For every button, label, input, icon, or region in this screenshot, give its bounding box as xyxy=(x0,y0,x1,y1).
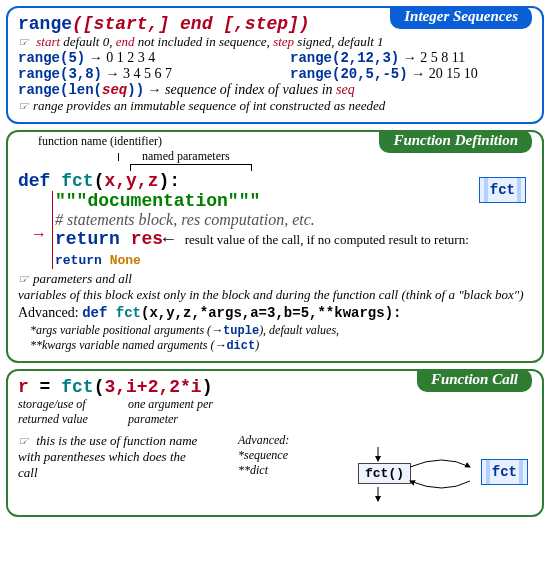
ex-out: → 2 5 8 11 xyxy=(403,50,465,65)
ex: range(3,8) xyxy=(18,66,102,82)
t: ( xyxy=(94,377,105,397)
range-defaults-note: start default 0, end not included in seq… xyxy=(18,34,532,50)
t: parameters and all xyxy=(18,271,132,286)
function-definition-panel: Function Definition function name (ident… xyxy=(6,130,544,363)
ann-one-arg: one argument per parameter xyxy=(128,397,238,427)
range-kw: range xyxy=(18,14,72,34)
panel-title: Function Call xyxy=(417,369,532,392)
r-var: r xyxy=(18,377,29,397)
ann-storage: storage/use of returned value xyxy=(18,397,108,427)
t: Advanced: xyxy=(18,305,82,320)
def-kw: def xyxy=(18,171,50,191)
fn-name: fct xyxy=(61,377,93,397)
t: *sequence xyxy=(238,448,288,462)
t: fct xyxy=(490,182,515,198)
diagram-arrows-icon xyxy=(348,445,528,505)
t: ) xyxy=(202,377,213,397)
fct-box: fct xyxy=(479,177,526,203)
t: ( xyxy=(94,171,105,191)
t: dict xyxy=(226,339,255,353)
docstring: """documentation""" xyxy=(55,191,469,211)
t: signed, default 1 xyxy=(294,34,384,49)
t: Advanced: xyxy=(238,433,289,447)
integer-sequences-panel: Integer Sequences range([start,] end [,s… xyxy=(6,6,544,124)
ex: range(2,12,3) xyxy=(290,50,399,66)
advanced-def: Advanced: def fct(x,y,z,*args,a=3,b=5,**… xyxy=(18,305,532,321)
t: this is the use of function name xyxy=(36,433,197,448)
t: with parentheses xyxy=(18,449,105,464)
t: start xyxy=(36,34,60,49)
t: )) xyxy=(127,82,144,98)
t: result value of the call, if no computed… xyxy=(185,232,469,247)
t: tuple xyxy=(223,324,259,338)
panel-title: Integer Sequences xyxy=(390,6,532,29)
t: named parameters xyxy=(142,149,230,163)
function-call-panel: Function Call r = fct(3,i+2,2*i) storage… xyxy=(6,369,544,517)
def-line: def fct(x,y,z): xyxy=(18,171,469,191)
t: during xyxy=(276,287,311,302)
t: default 0, xyxy=(60,34,116,49)
range-immutable-note: range provides an immutable sequence of … xyxy=(18,98,532,114)
params-bracket xyxy=(130,164,252,171)
t: the function call (think of a "black box… xyxy=(310,287,523,302)
args: x,y,z xyxy=(104,171,158,191)
block-indent: → """documentation""" # statements block… xyxy=(52,191,469,269)
t: seq xyxy=(102,82,127,98)
ex-out: → 3 4 5 6 7 xyxy=(106,66,173,81)
t: step xyxy=(273,34,294,49)
ex-out: → 20 15 10 xyxy=(411,66,478,81)
t: → xyxy=(148,82,166,97)
t: **dict xyxy=(238,463,268,477)
examples-row3: range(len(seq)) → sequence of index of v… xyxy=(18,82,532,98)
t: the block and xyxy=(199,287,276,302)
t: = xyxy=(29,377,61,397)
advanced-note: *args variable positional arguments (→tu… xyxy=(30,323,532,353)
fn-name: fct xyxy=(61,171,93,191)
t: sequence of index of values in xyxy=(165,82,336,97)
t: fct xyxy=(116,305,141,321)
return-kw: return xyxy=(55,229,120,249)
call-diagram: fct() fct xyxy=(348,445,528,505)
ex: range(len( xyxy=(18,82,102,98)
t: variables of this block exist only xyxy=(18,287,189,302)
return-val: res xyxy=(131,229,163,249)
t: ): xyxy=(158,171,180,191)
call-advanced: Advanced: *sequence **dict xyxy=(238,433,289,481)
ex: range(20,5,-5) xyxy=(290,66,408,82)
t: ), default values, xyxy=(259,323,339,337)
t: *args variable positional arguments (→ xyxy=(30,323,223,337)
examples-row1: range(5) → 0 1 2 3 4 range(2,12,3) → 2 5… xyxy=(18,50,532,66)
ex-out: → 0 1 2 3 4 xyxy=(89,50,156,65)
t: in xyxy=(189,287,199,302)
return-line: return res← result value of the call, if… xyxy=(55,229,469,269)
t: ) xyxy=(255,338,259,352)
t: not included in sequence, xyxy=(134,34,273,49)
t: (x,y,z,*args,a=3,b=5,**kwargs): xyxy=(141,305,401,321)
statements-comment: # statements block, res computation, etc… xyxy=(55,211,469,229)
t: end xyxy=(116,34,135,49)
t: seq xyxy=(336,82,355,97)
t: def xyxy=(82,305,107,321)
examples-row2: range(3,8) → 3 4 5 6 7 range(20,5,-5) → … xyxy=(18,66,532,82)
t: **kwargs variable named arguments (→ xyxy=(30,338,226,352)
panel-title: Function Definition xyxy=(379,130,532,153)
scope-note: parameters and all variables of this blo… xyxy=(18,271,532,303)
call-note: this is the use of function name with pa… xyxy=(18,433,208,481)
ex: range(5) xyxy=(18,50,85,66)
range-args: ([start,] end [,step]) xyxy=(72,14,310,34)
arrow-left-icon: ← xyxy=(163,229,174,249)
indent-arrow-icon: → xyxy=(31,225,47,243)
call-args: 3,i+2,2*i xyxy=(104,377,201,397)
